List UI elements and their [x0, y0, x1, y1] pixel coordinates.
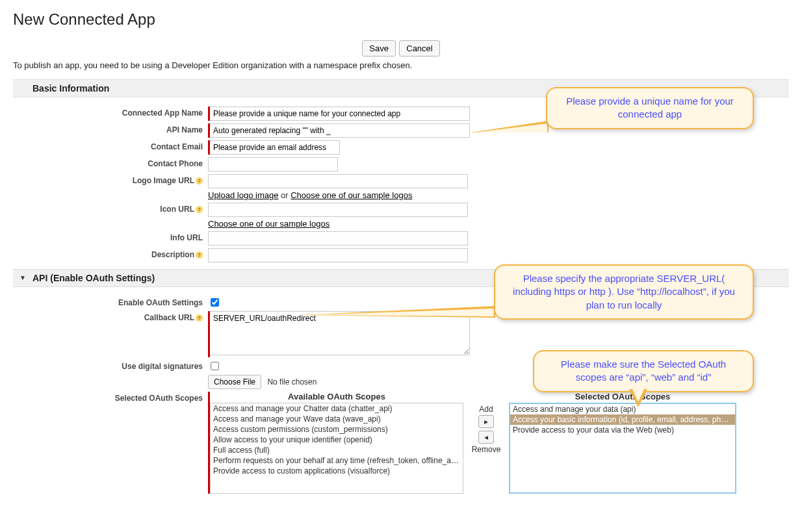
scope-option[interactable]: Access and manage your data (api): [510, 404, 735, 414]
help-icon[interactable]: ?: [196, 177, 203, 184]
label-selected-oauth-scopes: Selected OAuth Scopes: [13, 392, 208, 403]
or-text: or: [278, 190, 291, 200]
scope-option[interactable]: Access your basic information (id, profi…: [510, 414, 735, 425]
help-icon[interactable]: ?: [196, 206, 203, 213]
callout-arrow-icon: [471, 121, 549, 133]
selected-scopes-header: Selected OAuth Scopes: [509, 392, 736, 401]
chevron-down-icon[interactable]: ▼: [19, 274, 26, 281]
scope-option[interactable]: Perform requests on your behalf at any t…: [211, 455, 463, 466]
connected-app-name-input[interactable]: [210, 107, 470, 121]
label-callback-url: Callback URL: [144, 313, 194, 322]
callout-arrow-icon: [299, 306, 495, 318]
available-scopes-listbox[interactable]: Access and manage your Chatter data (cha…: [210, 403, 463, 494]
label-api-name: API Name: [13, 123, 208, 134]
label-contact-phone: Contact Phone: [13, 157, 208, 168]
label-logo-url: Logo Image URL: [133, 176, 194, 185]
callout-server-url: Please specify the appropriate SERVER_UR…: [494, 264, 754, 320]
label-info-url: Info URL: [13, 231, 208, 242]
section-api-label: API (Enable OAuth Settings): [32, 273, 155, 283]
icon-url-input[interactable]: [208, 203, 468, 217]
label-enable-oauth: Enable OAuth Settings: [13, 296, 208, 307]
add-label: Add: [479, 405, 493, 414]
file-status: No file chosen: [267, 377, 317, 386]
scope-option[interactable]: Allow access to your unique identifier (…: [211, 435, 463, 445]
page-title: New Connected App: [13, 10, 789, 29]
choose-sample-icon-link[interactable]: Choose one of our sample logos: [208, 219, 330, 229]
enable-oauth-checkbox[interactable]: [211, 298, 219, 307]
upload-logo-link[interactable]: Upload logo image: [208, 190, 278, 200]
api-name-input[interactable]: [210, 123, 470, 138]
save-button[interactable]: Save: [362, 40, 396, 57]
publish-note: To publish an app, you need to be using …: [13, 60, 789, 70]
callout-tail-icon: [629, 389, 647, 407]
callback-url-textarea[interactable]: SERVER_URL/oauthRedirect: [210, 311, 470, 355]
label-icon-url: Icon URL: [160, 205, 194, 214]
logo-url-input[interactable]: [208, 174, 468, 188]
callout-scopes: Please make sure the Selected OAuth scop…: [533, 350, 754, 392]
scope-option[interactable]: Provide access to custom applications (v…: [211, 466, 463, 476]
contact-phone-input[interactable]: [208, 157, 338, 171]
section-basic-label: Basic Information: [32, 83, 109, 94]
scope-option[interactable]: Full access (full): [211, 445, 463, 455]
available-scopes-header: Available OAuth Scopes: [210, 392, 463, 401]
add-scope-button[interactable]: ▸: [478, 415, 494, 428]
scope-option[interactable]: Provide access to your data via the Web …: [510, 425, 735, 435]
callout-app-name: Please provide a unique name for your co…: [546, 87, 754, 129]
label-connected-app-name: Connected App Name: [13, 107, 208, 118]
digital-signatures-checkbox[interactable]: [211, 362, 219, 370]
info-url-input[interactable]: [208, 231, 468, 246]
selected-scopes-listbox[interactable]: Access and manage your data (api)Access …: [509, 403, 736, 494]
help-icon[interactable]: ?: [196, 251, 203, 259]
choose-file-button[interactable]: Choose File: [208, 375, 261, 389]
cancel-button[interactable]: Cancel: [399, 40, 439, 57]
label-contact-email: Contact Email: [13, 140, 208, 151]
contact-email-input[interactable]: [210, 140, 340, 155]
scope-option[interactable]: Access and manage your Chatter data (cha…: [211, 403, 463, 414]
remove-scope-button[interactable]: ◂: [478, 431, 494, 444]
label-description: Description: [151, 250, 194, 259]
scope-option[interactable]: Access and manage your Wave data (wave_a…: [211, 414, 463, 424]
choose-sample-logo-link[interactable]: Choose one of our sample logos: [291, 190, 412, 200]
label-digital-signatures: Use digital signatures: [13, 360, 208, 371]
description-input[interactable]: [208, 248, 468, 262]
help-icon[interactable]: ?: [196, 314, 203, 322]
remove-label: Remove: [472, 445, 501, 454]
scope-option[interactable]: Access custom permissions (custom_permis…: [211, 424, 463, 435]
